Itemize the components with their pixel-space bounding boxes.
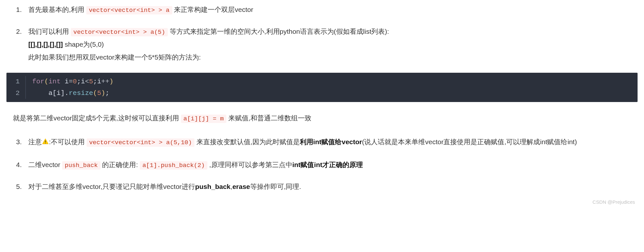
text: 对于二维甚至多维vector,只要谨记只能对单维vector进行 bbox=[28, 183, 195, 190]
text: 首先最基本的,利用 bbox=[28, 6, 86, 13]
code-line: 2 a[i].resize(5); bbox=[6, 88, 638, 99]
text: 此时如果我们想用双层vector来构建一个5*5矩阵的方法为: bbox=[28, 53, 201, 61]
text: 等操作即可,同理. bbox=[250, 183, 301, 190]
code-block: 1 for(int i=0;i<5;i++) 2 a[i].resize(5); bbox=[6, 73, 638, 102]
text: 注意 bbox=[28, 138, 42, 145]
code-content: for(int i=0;i<5;i++) bbox=[26, 76, 113, 88]
inline-code: push_back bbox=[62, 161, 100, 170]
text: 二维vector bbox=[28, 161, 62, 168]
watermark: CSDN @Prejudices bbox=[592, 198, 635, 207]
text: 的正确使用: bbox=[100, 161, 140, 168]
bold-text: erase bbox=[232, 183, 250, 190]
bold-text: push_back bbox=[195, 183, 231, 190]
svg-rect-0 bbox=[45, 141, 46, 143]
list-item-5: 对于二维甚至多维vector,只要谨记只能对单维vector进行push_bac… bbox=[6, 180, 638, 193]
inline-code: vector<vector<int> > a bbox=[86, 6, 172, 14]
text: (说人话就是本来单维vector直接使用是正确赋值,可以理解成int赋值给int… bbox=[362, 138, 577, 145]
line-number: 1 bbox=[6, 76, 26, 88]
list-item-1: 首先最基本的,利用 vector<vector<int> > a 来正常构建一个… bbox=[6, 3, 638, 16]
svg-rect-1 bbox=[45, 143, 46, 144]
line-number: 2 bbox=[6, 88, 26, 99]
bold-text: 利用int赋值给vector bbox=[300, 138, 362, 145]
text: 就是将第二维vector固定成5个元素,这时候可以直接利用 bbox=[13, 114, 181, 122]
text: :不可以使用 bbox=[49, 138, 87, 145]
text: ,原理同样可以参考第三点中 bbox=[207, 161, 292, 168]
shape-bold: [[],[],[],[],[]] bbox=[28, 41, 63, 48]
list-item-4: 二维vector push_back 的正确使用: a[1].push_back… bbox=[6, 158, 638, 171]
inline-code: vector<vector<int> > a(5) bbox=[71, 28, 168, 36]
paragraph: 就是将第二维vector固定成5个元素,这时候可以直接利用 a[i][j] = … bbox=[13, 112, 638, 125]
warning-icon bbox=[42, 136, 49, 149]
code-line: 1 for(int i=0;i<5;i++) bbox=[6, 76, 638, 88]
bold-text: int赋值int才正确的原理 bbox=[292, 161, 363, 168]
inline-code: a[1].push_back(2) bbox=[140, 161, 207, 170]
text: 来正常构建一个双层vector bbox=[172, 6, 253, 13]
text: 等方式来指定第一维的空间大小,利用python语言表示为(假如看成list列表)… bbox=[168, 28, 389, 35]
text: 来直接改变默认值,因为此时赋值是 bbox=[194, 138, 300, 145]
list-item-3: 注意:不可以使用 vector<vector<int> > a(5,10) 来直… bbox=[6, 135, 638, 149]
inline-code: vector<vector<int> > a(5,10) bbox=[87, 138, 194, 147]
ordered-list-part1: 首先最基本的,利用 vector<vector<int> > a 来正常构建一个… bbox=[6, 3, 638, 64]
inline-code: a[i][j] = m bbox=[181, 115, 226, 123]
text: shape为(5,0) bbox=[63, 41, 104, 48]
list-item-2: 我们可以利用 vector<vector<int> > a(5) 等方式来指定第… bbox=[6, 25, 638, 64]
ordered-list-part2: 注意:不可以使用 vector<vector<int> > a(5,10) 来直… bbox=[6, 135, 638, 193]
text: 我们可以利用 bbox=[28, 28, 71, 35]
code-content: a[i].resize(5); bbox=[26, 88, 109, 99]
text: 来赋值,和普通二维数组一致 bbox=[226, 114, 311, 122]
